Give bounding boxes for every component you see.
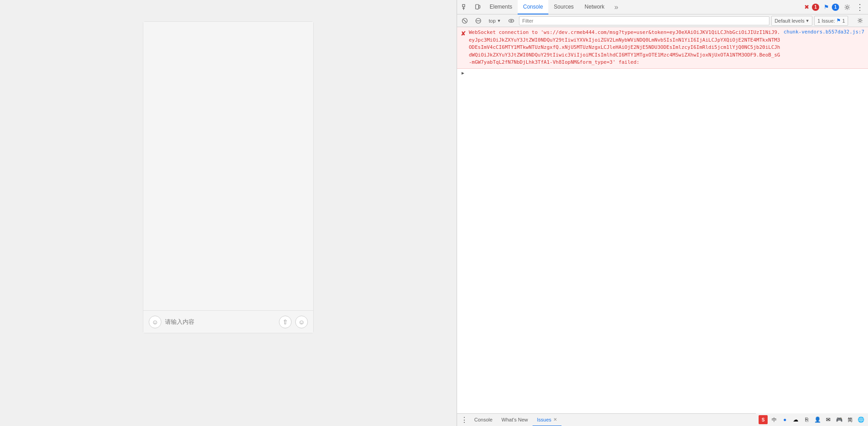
tab-sources[interactable]: Sources <box>548 0 579 14</box>
device-mode-button[interactable] <box>472 1 484 14</box>
bottom-tab-console[interactable]: Console <box>470 414 497 426</box>
svg-rect-4 <box>477 9 478 9</box>
tray-icon-3[interactable]: ● <box>780 415 789 424</box>
console-settings-icon <box>857 18 863 24</box>
send-icon: ⇧ <box>283 318 288 326</box>
context-label: top <box>489 18 495 24</box>
tray-icon-7[interactable]: ✉ <box>824 415 833 424</box>
devtools-toolbar: Elements Console Sources Network » ✖ 1 ⚑… <box>457 0 868 14</box>
chevron-down-icon: ▼ <box>497 19 501 23</box>
context-selector[interactable]: top ▼ <box>486 16 504 26</box>
issues-count: 1 <box>842 18 845 24</box>
chat-input[interactable] <box>165 318 275 325</box>
tray-icon-2[interactable]: 中 <box>769 415 778 424</box>
svg-rect-5 <box>479 5 480 8</box>
default-levels-button[interactable]: Default levels ▼ <box>771 16 812 26</box>
webpage-area: ☺ ⇧ ☺ <box>0 0 457 426</box>
svg-point-6 <box>846 6 849 8</box>
tray-icon-1[interactable]: S <box>759 415 768 424</box>
block-button[interactable] <box>472 16 484 26</box>
console-settings-button[interactable] <box>854 14 866 27</box>
svg-point-13 <box>859 19 861 22</box>
error-row: ✘ WebSocket connection to 'ws://dev.crme… <box>457 27 868 69</box>
svg-rect-0 <box>462 5 465 7</box>
clear-icon <box>462 18 468 24</box>
tray-icon-8[interactable]: 🎮 <box>835 415 844 424</box>
bottom-more-button[interactable]: ⋮ <box>459 415 470 426</box>
settings-icon <box>844 4 850 10</box>
more-tabs-button[interactable]: » <box>610 1 623 14</box>
inspect-element-button[interactable] <box>459 1 472 14</box>
tab-network[interactable]: Network <box>579 0 610 14</box>
block-icon <box>475 18 481 24</box>
console-toolbar: top ▼ Default levels ▼ 1 Issue: ⚑ 1 <box>457 14 868 27</box>
error-text-content: WebSocket connection to 'ws://dev.crmeb4… <box>469 29 780 65</box>
error-count-badge: 1 <box>812 4 819 11</box>
system-tray: S 中 ● ☁ ⎘ 👤 ✉ 🎮 简 🌐 <box>756 413 868 426</box>
warning-icon: ⚑ <box>824 4 829 10</box>
tray-icon-10[interactable]: 🌐 <box>856 415 865 424</box>
inspect-icon <box>462 4 468 10</box>
issues-count-button[interactable]: 1 Issue: ⚑ 1 <box>814 16 848 26</box>
issues-label: 1 Issue: <box>817 18 835 24</box>
devtools-tabs: Elements Console Sources Network » <box>484 0 802 14</box>
chat-input-area: ☺ ⇧ ☺ <box>143 310 313 333</box>
devtools-right-icons: ✖ 1 ⚑ 1 ⋮ <box>802 1 866 14</box>
default-levels-label: Default levels <box>774 18 804 24</box>
svg-rect-3 <box>476 5 479 9</box>
tray-icon-4[interactable]: ☁ <box>791 415 800 424</box>
clear-console-button[interactable] <box>459 16 471 26</box>
warning-badge-button[interactable]: ⚑ 1 <box>822 4 841 11</box>
more-options-button[interactable]: ⋮ <box>854 1 866 14</box>
devtools-bottom-bar: ⋮ Console What's New Issues ✕ S 中 ● ☁ ⎘ … <box>457 413 868 426</box>
person-icon: ☺ <box>152 318 158 326</box>
emoji-button[interactable]: ☺ <box>295 316 308 328</box>
send-button[interactable]: ⇧ <box>279 316 292 328</box>
error-badge-button[interactable]: ✖ 1 <box>802 4 821 11</box>
error-x-icon: ✖ <box>804 4 809 10</box>
svg-point-12 <box>511 20 512 21</box>
device-icon <box>475 4 481 10</box>
bottom-tab-whats-new[interactable]: What's New <box>497 414 532 426</box>
tray-icon-5[interactable]: ⎘ <box>802 415 811 424</box>
svg-point-11 <box>509 19 514 22</box>
warning-count-badge: 1 <box>832 4 839 11</box>
error-circle-icon: ✘ <box>461 30 466 37</box>
tray-icon-6[interactable]: 👤 <box>813 415 822 424</box>
filter-input[interactable] <box>519 16 769 25</box>
expand-arrow-button[interactable]: ► <box>457 69 868 77</box>
chat-avatar-button[interactable]: ☺ <box>149 316 161 328</box>
issues-badge-icon: ⚑ <box>836 18 841 24</box>
console-content: ✘ WebSocket connection to 'ws://dev.crme… <box>457 27 868 413</box>
devtools-panel: Elements Console Sources Network » ✖ 1 ⚑… <box>457 0 868 426</box>
error-message: WebSocket connection to 'ws://dev.crmeb4… <box>469 29 781 66</box>
tab-console[interactable]: Console <box>518 0 548 14</box>
chat-messages <box>143 22 313 310</box>
devtools-settings-button[interactable] <box>842 2 853 13</box>
eye-icon <box>508 18 514 24</box>
chevron-down-icon: ▼ <box>805 19 809 23</box>
tab-elements[interactable]: Elements <box>484 0 518 14</box>
emoji-icon: ☺ <box>298 318 305 326</box>
bottom-tab-issues[interactable]: Issues ✕ <box>533 414 561 426</box>
chat-container: ☺ ⇧ ☺ <box>143 21 314 333</box>
tray-icon-9[interactable]: 简 <box>845 415 854 424</box>
eye-button[interactable] <box>505 16 517 26</box>
svg-line-8 <box>463 19 466 22</box>
error-source-link[interactable]: chunk-vendors.b557da32.js:7 <box>783 29 864 35</box>
close-issues-tab-button[interactable]: ✕ <box>553 417 557 422</box>
